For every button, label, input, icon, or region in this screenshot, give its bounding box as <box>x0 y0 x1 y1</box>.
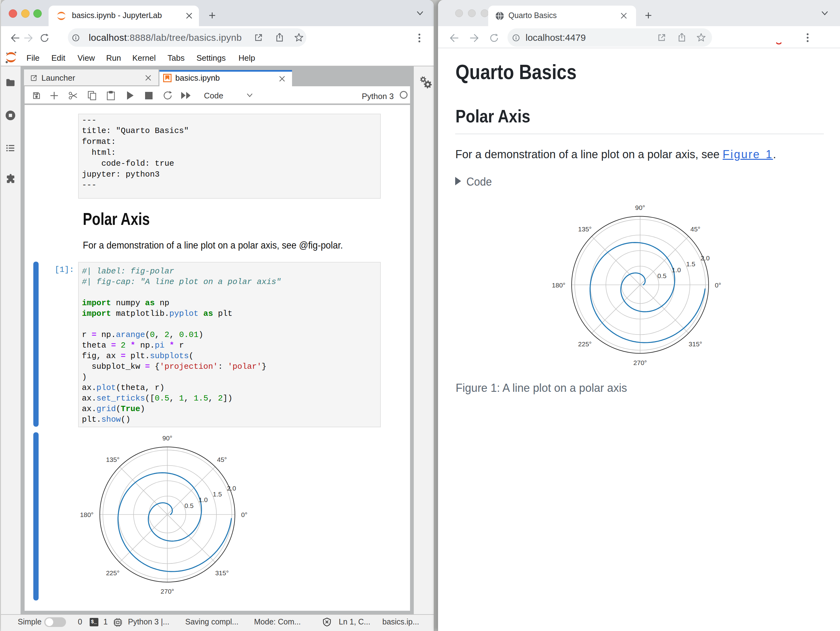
svg-text:180°: 180° <box>80 511 93 518</box>
svg-text:135°: 135° <box>106 456 119 463</box>
svg-text:1.0: 1.0 <box>672 266 681 274</box>
svg-text:45°: 45° <box>217 456 227 463</box>
svg-text:225°: 225° <box>578 340 592 348</box>
svg-text:135°: 135° <box>578 226 592 232</box>
svg-text:180°: 180° <box>552 281 565 289</box>
svg-text:2.0: 2.0 <box>701 255 709 262</box>
svg-text:315°: 315° <box>689 340 702 348</box>
svg-text:1.5: 1.5 <box>213 490 222 498</box>
svg-text:270°: 270° <box>633 359 647 366</box>
svg-text:1.0: 1.0 <box>199 496 208 503</box>
svg-text:90°: 90° <box>635 204 645 211</box>
svg-text:270°: 270° <box>161 588 174 595</box>
svg-text:90°: 90° <box>163 435 172 442</box>
svg-text:0°: 0° <box>715 281 721 289</box>
svg-text:315°: 315° <box>215 569 229 577</box>
svg-text:0.5: 0.5 <box>658 272 666 279</box>
svg-text:2.0: 2.0 <box>227 485 236 492</box>
svg-text:0.5: 0.5 <box>184 502 193 509</box>
svg-text:225°: 225° <box>106 569 119 577</box>
svg-text:0°: 0° <box>241 511 248 518</box>
svg-text:45°: 45° <box>690 226 701 232</box>
svg-text:1.5: 1.5 <box>686 260 695 267</box>
